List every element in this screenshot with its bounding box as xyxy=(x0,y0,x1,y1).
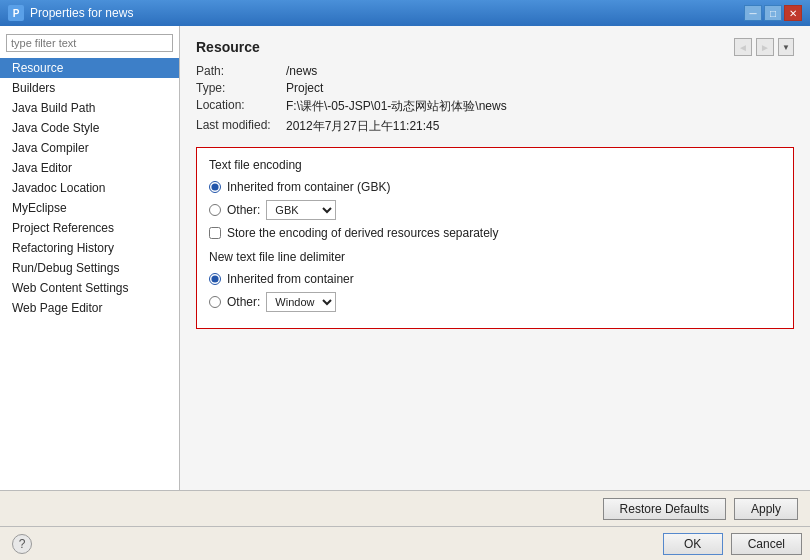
encoding-inherited-label: Inherited from container (GBK) xyxy=(227,180,390,194)
delimiter-inherited-label: Inherited from container xyxy=(227,272,354,286)
sidebar-item-javadoc-location[interactable]: Javadoc Location xyxy=(0,178,179,198)
content-area: Resource ◄ ► ▼ Path:/newsType:ProjectLoc… xyxy=(180,26,810,490)
sidebar: ResourceBuildersJava Build PathJava Code… xyxy=(0,26,180,490)
new-text-file-title: New text file line delimiter xyxy=(209,250,781,264)
ok-button[interactable]: OK xyxy=(663,533,723,555)
encoding-other-radio[interactable] xyxy=(209,204,221,216)
info-label: Last modified: xyxy=(196,118,286,135)
restore-defaults-button[interactable]: Restore Defaults xyxy=(603,498,726,520)
info-table: Path:/newsType:ProjectLocation:F:\课件\-05… xyxy=(196,64,794,135)
info-label: Path: xyxy=(196,64,286,78)
maximize-button[interactable]: □ xyxy=(764,5,782,21)
info-row: Location:F:\课件\-05-JSP\01-动态网站初体验\news xyxy=(196,98,794,115)
sidebar-item-java-editor[interactable]: Java Editor xyxy=(0,158,179,178)
apply-button[interactable]: Apply xyxy=(734,498,798,520)
sidebar-item-web-page-editor[interactable]: Web Page Editor xyxy=(0,298,179,318)
cancel-button[interactable]: Cancel xyxy=(731,533,802,555)
sidebar-item-run/debug-settings[interactable]: Run/Debug Settings xyxy=(0,258,179,278)
delimiter-inherited-radio[interactable] xyxy=(209,273,221,285)
sidebar-item-java-build-path[interactable]: Java Build Path xyxy=(0,98,179,118)
help-button[interactable]: ? xyxy=(12,534,32,554)
encoding-option1-row: Inherited from container (GBK) xyxy=(209,180,781,194)
encoding-inherited-radio[interactable] xyxy=(209,181,221,193)
delimiter-select[interactable]: WindowsUnixMac xyxy=(266,292,336,312)
info-row: Type:Project xyxy=(196,81,794,95)
info-value: 2012年7月27日上午11:21:45 xyxy=(286,118,439,135)
sidebar-item-myeclipse[interactable]: MyEclipse xyxy=(0,198,179,218)
content-title: Resource xyxy=(196,39,260,55)
minimize-button[interactable]: ─ xyxy=(744,5,762,21)
filter-input[interactable] xyxy=(6,34,173,52)
encoding-checkbox-row: Store the encoding of derived resources … xyxy=(209,226,781,240)
delimiter-option2-row: Other: WindowsUnixMac xyxy=(209,292,781,312)
encoding-section: Text file encoding Inherited from contai… xyxy=(196,147,794,329)
encoding-other-label: Other: xyxy=(227,203,260,217)
close-button[interactable]: ✕ xyxy=(784,5,802,21)
delimiter-other-radio[interactable] xyxy=(209,296,221,308)
forward-arrow[interactable]: ► xyxy=(756,38,774,56)
delimiter-other-label: Other: xyxy=(227,295,260,309)
delimiter-option1-row: Inherited from container xyxy=(209,272,781,286)
encoding-select[interactable]: GBKUTF-8ISO-8859-1 xyxy=(266,200,336,220)
sidebar-item-web-content-settings[interactable]: Web Content Settings xyxy=(0,278,179,298)
back-arrow[interactable]: ◄ xyxy=(734,38,752,56)
info-value: /news xyxy=(286,64,317,78)
content-header: Resource ◄ ► ▼ xyxy=(196,38,794,56)
info-label: Location: xyxy=(196,98,286,115)
button-bar-top: Restore Defaults Apply xyxy=(0,490,810,526)
info-value: Project xyxy=(286,81,323,95)
window-icon: P xyxy=(8,5,24,21)
sidebar-item-project-references[interactable]: Project References xyxy=(0,218,179,238)
button-bar-bottom: ? OK Cancel xyxy=(0,526,810,560)
nav-dropdown[interactable]: ▼ xyxy=(778,38,794,56)
title-bar: P Properties for news ─ □ ✕ xyxy=(0,0,810,26)
window-title: Properties for news xyxy=(30,6,744,20)
text-file-encoding-title: Text file encoding xyxy=(209,158,781,172)
info-row: Last modified:2012年7月27日上午11:21:45 xyxy=(196,118,794,135)
sidebar-item-java-code-style[interactable]: Java Code Style xyxy=(0,118,179,138)
ok-cancel-buttons: OK Cancel xyxy=(663,533,802,555)
sidebar-item-refactoring-history[interactable]: Refactoring History xyxy=(0,238,179,258)
info-row: Path:/news xyxy=(196,64,794,78)
store-encoding-checkbox[interactable] xyxy=(209,227,221,239)
nav-arrows: ◄ ► ▼ xyxy=(734,38,794,56)
info-label: Type: xyxy=(196,81,286,95)
store-encoding-label: Store the encoding of derived resources … xyxy=(227,226,499,240)
sidebar-item-builders[interactable]: Builders xyxy=(0,78,179,98)
main-container: ResourceBuildersJava Build PathJava Code… xyxy=(0,26,810,490)
sidebar-item-java-compiler[interactable]: Java Compiler xyxy=(0,138,179,158)
encoding-option2-row: Other: GBKUTF-8ISO-8859-1 xyxy=(209,200,781,220)
window-controls: ─ □ ✕ xyxy=(744,5,802,21)
info-value: F:\课件\-05-JSP\01-动态网站初体验\news xyxy=(286,98,507,115)
sidebar-item-resource[interactable]: Resource xyxy=(0,58,179,78)
